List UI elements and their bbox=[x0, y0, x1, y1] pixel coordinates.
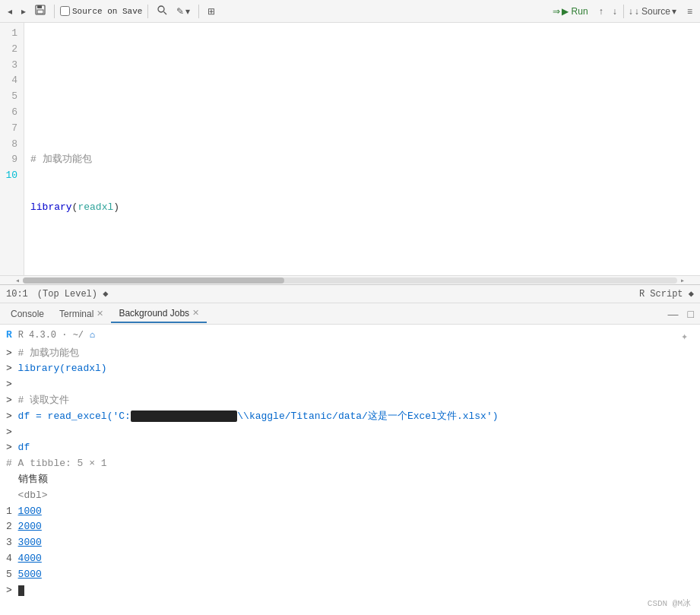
code-readxl: readxl bbox=[78, 201, 113, 213]
toolbar-right: ⇒ ▶ Run ↑ ↓ ↓ ↓ Source ▾ ≡ bbox=[548, 5, 695, 18]
tab-terminal[interactable]: Terminal ✕ bbox=[52, 306, 111, 322]
console-data-row-1: 1 1000 bbox=[6, 504, 694, 520]
save-button[interactable] bbox=[32, 3, 49, 19]
console-path-redacted bbox=[131, 411, 237, 422]
svg-rect-2 bbox=[37, 10, 43, 14]
code-dropdown-icon: ▾ bbox=[185, 6, 190, 17]
panel-right-buttons: — □ bbox=[665, 306, 697, 322]
arrow-up-button[interactable]: ↑ bbox=[596, 5, 607, 18]
console-val-4: 4000 bbox=[18, 553, 42, 564]
run-button[interactable]: ⇒ ▶ Run bbox=[548, 5, 592, 18]
tab-console[interactable]: Console bbox=[3, 306, 52, 322]
separator-2 bbox=[147, 5, 148, 18]
scrollbar-thumb[interactable] bbox=[23, 277, 284, 284]
separator-3 bbox=[198, 5, 199, 18]
console-line-3: > bbox=[6, 377, 694, 393]
back-icon: ◂ bbox=[8, 6, 12, 17]
scrollbar-track[interactable] bbox=[23, 277, 677, 284]
line-num-5: 5 bbox=[3, 89, 17, 105]
source-arrow-icon: ↓ bbox=[629, 6, 633, 17]
line-num-8: 8 bbox=[3, 137, 17, 153]
console-line-4: > # 读取文件 bbox=[6, 393, 694, 409]
cursor-position: 10:1 bbox=[6, 289, 28, 300]
code-line-3: # 加载功能包 bbox=[30, 152, 694, 168]
console-row-idx-4: 4 bbox=[6, 553, 18, 564]
source-button[interactable]: ↓ ↓ Source ▾ bbox=[623, 5, 681, 18]
panel-maximize-button[interactable]: □ bbox=[685, 306, 697, 322]
scroll-right-icon[interactable]: ▸ bbox=[677, 275, 688, 286]
console-output[interactable]: R R 4.3.0 · ~/ ⌂ ✦ > # 加载功能包 > library(r… bbox=[0, 325, 700, 615]
line-num-9: 9 bbox=[3, 152, 17, 168]
console-line-1: > # 加载功能包 bbox=[6, 346, 694, 362]
code-menu-button[interactable]: ✎ ▾ bbox=[173, 5, 193, 18]
separator-1 bbox=[54, 5, 55, 18]
watermark: CSDN @M冰 bbox=[648, 598, 691, 609]
tab-terminal-label: Terminal bbox=[59, 309, 93, 319]
console-read-excel: df = read_excel('C: bbox=[18, 411, 131, 422]
code-line-5 bbox=[30, 247, 694, 263]
search-button[interactable] bbox=[154, 3, 170, 19]
console-row-idx-5: 5 bbox=[6, 569, 18, 580]
console-col-type-text: <dbl> bbox=[6, 490, 48, 501]
tab-background-jobs-close[interactable]: ✕ bbox=[192, 308, 199, 318]
clear-console-button[interactable]: ✦ bbox=[678, 331, 691, 344]
source-dropdown-icon: ▾ bbox=[672, 6, 676, 17]
tab-console-label: Console bbox=[11, 309, 44, 319]
svg-line-4 bbox=[164, 12, 167, 15]
pencil-icon: ✎ bbox=[176, 6, 184, 17]
r-logo: R bbox=[6, 329, 12, 341]
line-num-3: 3 bbox=[3, 58, 17, 74]
code-line-1 bbox=[30, 58, 694, 74]
arrow-down-icon: ↓ bbox=[613, 6, 617, 17]
console-data-row-5: 5 5000 bbox=[6, 567, 694, 583]
scroll-left-icon[interactable]: ◂ bbox=[12, 275, 23, 286]
forward-button[interactable]: ▸ bbox=[18, 5, 29, 18]
save-icon bbox=[35, 5, 46, 17]
panel-minimize-button[interactable]: — bbox=[665, 306, 682, 322]
console-row-idx-2: 2 bbox=[6, 521, 18, 532]
source-on-save-checkbox[interactable] bbox=[60, 6, 70, 16]
console-val-3: 3000 bbox=[18, 537, 42, 548]
console-val-2: 2000 bbox=[18, 521, 42, 532]
scope-level: (Top Level) ◆ bbox=[37, 288, 109, 300]
code-line-2 bbox=[30, 105, 694, 121]
grid-icon: ⊞ bbox=[207, 6, 215, 17]
code-line-4: library(readxl) bbox=[30, 200, 694, 216]
arrow-up-icon: ↑ bbox=[599, 6, 603, 17]
hamburger-icon: ≡ bbox=[687, 6, 692, 17]
editor-toolbar: ◂ ▸ Source on Save ✎ ▾ ⊞ bbox=[0, 0, 700, 23]
source-on-save-label[interactable]: Source on Save bbox=[60, 6, 142, 16]
search-icon bbox=[157, 5, 167, 17]
console-data-row-4: 4 4000 bbox=[6, 551, 694, 567]
grid-button[interactable]: ⊞ bbox=[204, 5, 218, 18]
console-version-text: R 4.3.0 · ~/ bbox=[18, 330, 84, 341]
code-editor[interactable]: # 加载功能包 library(readxl) # 读取文件 df = read… bbox=[24, 23, 700, 275]
code-library: library bbox=[30, 201, 72, 213]
console-library: library(readxl) bbox=[18, 363, 107, 374]
console-row-idx-3: 3 bbox=[6, 537, 18, 548]
console-line-6: > bbox=[6, 425, 694, 441]
home-link: ⌂ bbox=[90, 330, 95, 341]
back-button[interactable]: ◂ bbox=[5, 5, 15, 18]
line-num-1: 1 bbox=[3, 26, 17, 42]
tab-terminal-close[interactable]: ✕ bbox=[97, 309, 103, 319]
arrow-down-button[interactable]: ↓ bbox=[610, 5, 620, 18]
console-row-idx-1: 1 bbox=[6, 506, 18, 517]
clear-button-area: ✦ bbox=[6, 330, 694, 346]
console-tibble-label: # A tibble: 5 × 1 bbox=[6, 458, 107, 469]
console-line-2: > library(readxl) bbox=[6, 361, 694, 377]
console-val-5: 5000 bbox=[18, 569, 42, 580]
console-line-7: > df bbox=[6, 440, 694, 456]
console-data-row-2: 2 2000 bbox=[6, 519, 694, 535]
tab-background-jobs[interactable]: Background Jobs ✕ bbox=[111, 305, 207, 323]
console-prompt-final: > bbox=[6, 583, 694, 599]
run-arrow-icon: ⇒ bbox=[553, 6, 560, 17]
menu-button[interactable]: ≡ bbox=[684, 5, 695, 18]
console-comment-1: # 加载功能包 bbox=[18, 347, 80, 359]
forward-icon: ▸ bbox=[21, 6, 26, 17]
editor-status-bar: 10:1 (Top Level) ◆ R Script ◆ bbox=[0, 285, 700, 303]
editor-scrollbar[interactable]: ◂ ▸ bbox=[0, 275, 700, 284]
line-num-2: 2 bbox=[3, 42, 17, 58]
line-num-7: 7 bbox=[3, 121, 17, 137]
console-df-cmd: df bbox=[18, 442, 30, 453]
